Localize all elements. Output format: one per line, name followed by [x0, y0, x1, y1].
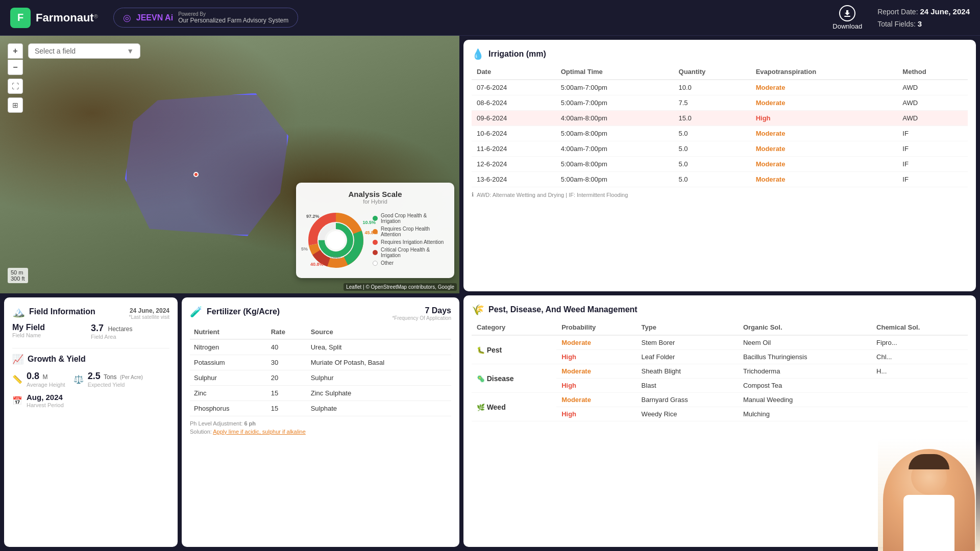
fertilizer-row: Nitrogen 40 Urea, Split: [190, 339, 451, 355]
pest-table: Category Probability Type Organic Sol. C…: [472, 320, 968, 421]
fert-rate: 20: [267, 370, 307, 386]
irr-method: IF: [897, 141, 968, 157]
pest-prob: Moderate: [556, 364, 636, 379]
fertilizer-row: Phosphorus 15 Sulphate: [190, 401, 451, 416]
irrigation-icon: 💧: [472, 48, 484, 60]
fert-source: Sulphate: [307, 401, 451, 416]
pest-cat-label: Disease: [487, 374, 514, 383]
advisory-text: Our Personalized Farm Advisory System: [178, 17, 288, 24]
logo-sup: ®: [94, 13, 98, 19]
field-date-sub: *Last satellite visit: [129, 314, 169, 320]
legend-label-0: Good Crop Health & Irrigation: [381, 213, 445, 224]
farmonaut-logo-icon: F: [10, 8, 31, 28]
field-selector-text: Select a field: [35, 47, 76, 55]
pest-type: Blast: [636, 379, 738, 393]
analysis-scale-subtitle: for Hybrid: [305, 198, 445, 205]
fertilizer-table: Nutrient Rate Source Nitrogen 40 Urea, S…: [190, 325, 451, 416]
ph-value: 6 ph: [244, 420, 256, 427]
irr-evap: High: [751, 111, 898, 126]
legend-item-2: Requires Irrigation Attention: [373, 239, 445, 245]
legend-item-4: Other: [373, 260, 445, 266]
irr-time: 4:00am-7:00pm: [556, 141, 674, 157]
legend-item-0: Good Crop Health & Irrigation: [373, 213, 445, 224]
pest-chemical: Fipro...: [871, 335, 968, 350]
left-side: + − ⛶ ⊞ Select a field ▼ 50 m 300 ft Lea…: [0, 36, 459, 551]
fert-rate: 15: [267, 401, 307, 416]
solution-label: Solution:: [190, 429, 212, 435]
logo-area: F Farmonaut®: [10, 8, 98, 28]
irr-evap: Moderate: [751, 141, 898, 157]
harvest-block: Aug, 2024 Harvest Period: [27, 393, 64, 408]
irrigation-row: 11-6-2024 4:00am-7:00pm 5.0 Moderate IF: [472, 141, 968, 157]
svg-rect-0: [844, 16, 850, 17]
fert-nutrient: Zinc: [190, 386, 267, 401]
fertilizer-row: Potassium 30 Muriate Of Potash, Basal: [190, 355, 451, 370]
fert-rate: 30: [267, 355, 307, 370]
fullscreen-button[interactable]: ⛶: [8, 79, 23, 94]
irr-time: 5:00am-8:00pm: [556, 157, 674, 172]
field-polygon: [125, 93, 288, 236]
pct-label-408: 40.8%: [310, 262, 324, 267]
col-evapotranspiration: Evapotranspiration: [751, 64, 898, 80]
download-icon: [839, 5, 855, 21]
jeevn-icon: ◎: [123, 12, 131, 23]
height-value: 0.8: [27, 371, 39, 381]
jeevn-logo: JEEVN Ai: [136, 13, 173, 22]
pest-organic: Bacillus Thuringiensis: [738, 350, 871, 364]
pct-label-105: 10.5%: [362, 220, 376, 225]
pest-chemical: H...: [871, 364, 968, 379]
powered-by-label: Powered By: [178, 11, 288, 17]
irr-qty: 15.0: [674, 111, 751, 126]
zoom-in-button[interactable]: +: [8, 43, 23, 59]
irr-time: 5:00am-8:00pm: [556, 126, 674, 141]
fertilizer-row: Sulphur 20 Sulphur: [190, 370, 451, 386]
info-icon: ℹ: [472, 191, 474, 198]
header: F Farmonaut® ◎ JEEVN Ai Powered By Our P…: [0, 0, 980, 36]
pest-category: 🐛 Pest: [472, 335, 556, 364]
field-name-sublabel: Field Name: [12, 332, 91, 338]
pest-cat-icon: 🦠: [477, 375, 485, 383]
pest-type: Leaf Folder: [636, 350, 738, 364]
legend-label-2: Requires Irrigation Attention: [381, 239, 444, 245]
irr-method: AWD: [897, 95, 968, 111]
pct-label-97: 97.2%: [306, 214, 374, 219]
total-fields-value: 3: [918, 19, 922, 28]
col-probability: Probability: [556, 320, 636, 335]
fertilizer-icon: 🧪: [190, 306, 203, 318]
irrigation-row: 08-6-2024 5:00am-7:00pm 7.5 Moderate AWD: [472, 95, 968, 111]
irr-time: 5:00am-8:00pm: [556, 172, 674, 187]
fert-source: Muriate Of Potash, Basal: [307, 355, 451, 370]
layer-button[interactable]: ⊞: [8, 97, 23, 113]
pest-organic: Manual Weeding: [738, 393, 871, 407]
analysis-scale-overlay: Analysis Scale for Hybrid: [296, 183, 454, 278]
pest-header-row: Category Probability Type Organic Sol. C…: [472, 320, 968, 335]
irr-method: IF: [897, 172, 968, 187]
pest-prob: High: [556, 407, 636, 421]
zoom-out-button[interactable]: −: [8, 60, 23, 75]
irr-evap: Moderate: [751, 80, 898, 95]
pest-prob: High: [556, 379, 636, 393]
growth-yield-title: Growth & Yield: [28, 355, 86, 364]
svg-point-7: [327, 231, 345, 249]
pest-prob: Moderate: [556, 335, 636, 350]
solution-link[interactable]: Apply lime if acidic, sulphur if alkalin…: [213, 429, 306, 435]
field-date: 24 June, 2024: [129, 307, 169, 314]
fert-nutrient: Potassium: [190, 355, 267, 370]
pest-cat-icon: 🌿: [477, 404, 485, 411]
height-block: 0.8 M Average Height: [27, 371, 65, 388]
fertilizer-header: 🧪 Fertilizer (Kg/Acre): [190, 306, 280, 318]
irr-evap: Moderate: [751, 126, 898, 141]
height-item: 📏 0.8 M Average Height: [12, 371, 65, 388]
col-category: Category: [472, 320, 556, 335]
col-source: Source: [307, 325, 451, 339]
download-button[interactable]: Download: [832, 5, 862, 30]
map-container[interactable]: + − ⛶ ⊞ Select a field ▼ 50 m 300 ft Lea…: [0, 36, 459, 293]
field-selector-dropdown[interactable]: Select a field ▼: [28, 43, 140, 59]
field-area-value: 3.7: [91, 323, 104, 333]
report-date-label: Report Date:: [877, 8, 918, 16]
harvest-value: Aug, 2024: [27, 393, 63, 402]
pest-header: 🌾 Pest, Disease, And Weed Management: [472, 304, 968, 316]
field-area-unit: Hectares: [108, 325, 132, 333]
legend-label-3: Critical Crop Health & Irrigation: [381, 247, 445, 258]
yield-icon: ⚖️: [74, 374, 84, 384]
